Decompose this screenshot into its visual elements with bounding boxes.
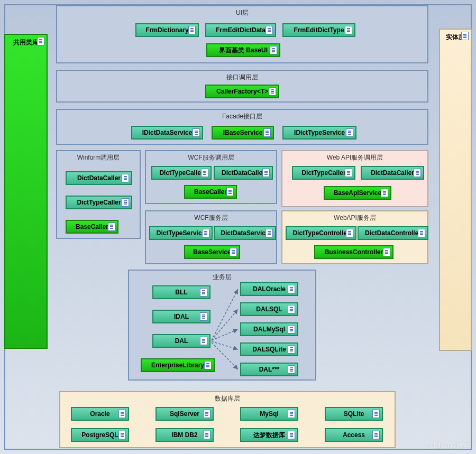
db-mysql: MySql xyxy=(240,407,298,421)
wcf-call-title: WCF服务调用层 xyxy=(146,151,276,162)
dicttypecaller-webapi: DictTypeCaller xyxy=(292,166,355,180)
doc-icon xyxy=(108,223,115,231)
doc-icon xyxy=(345,169,352,177)
doc-icon xyxy=(346,128,353,137)
doc-icon xyxy=(188,26,196,34)
doc-icon xyxy=(288,431,295,439)
dicttypecaller-winform: DictTypeCaller xyxy=(66,196,132,209)
wcf-call-layer: WCF服务调用层 DictTypeCaller DictDataCaller B… xyxy=(145,150,277,204)
doc-icon xyxy=(346,229,353,237)
doc-icon xyxy=(204,361,212,369)
db-access: Access xyxy=(325,428,383,442)
doc-icon xyxy=(288,345,295,354)
idicttypeservice: IDictTypeService xyxy=(282,126,356,140)
diagram-frame: 共用类库 实体层 UI层 FrmDictionary FrmEditDictDa… xyxy=(4,4,472,450)
doc-icon xyxy=(202,229,209,237)
doc-icon xyxy=(230,248,237,256)
frm-editdictdata: FrmEditDictData xyxy=(205,23,276,37)
doc-icon xyxy=(288,365,295,374)
dalsql: DALSQL xyxy=(240,302,298,316)
dictdatacaller-winform: DictDataCaller xyxy=(66,171,132,185)
doc-icon xyxy=(193,128,200,137)
ui-layer: UI层 FrmDictionary FrmEditDictData FrmEdi… xyxy=(56,5,428,63)
doc-icon xyxy=(418,229,425,237)
doc-icon xyxy=(226,188,234,196)
winform-call-title: Winform调用层 xyxy=(57,151,140,162)
wcf-service-layer: WCF服务层 DictTypeService DictDataService B… xyxy=(145,210,277,264)
enterpriselibrary: EnterpriseLibrary xyxy=(141,358,215,372)
doc-icon xyxy=(372,431,380,439)
doc-icon xyxy=(288,305,295,313)
webapi-service-title: WebAPI服务层 xyxy=(282,211,427,223)
daloracle: DALOracle xyxy=(240,282,298,296)
base-ui: 界面基类 BaseUI xyxy=(206,43,280,57)
winform-call-layer: Winform调用层 DictDataCaller DictTypeCaller… xyxy=(56,150,141,239)
baseservice-wcf: BaseService xyxy=(184,245,240,259)
business-title: 业务层 xyxy=(129,271,315,282)
doc-icon xyxy=(37,37,44,45)
doc-icon xyxy=(203,410,210,418)
baseapiservice: BaseApiService xyxy=(324,186,391,200)
idictdataservice: IDictDataService xyxy=(131,126,203,140)
frm-dictionary: FrmDictionary xyxy=(135,23,199,37)
bll: BLL xyxy=(152,285,210,299)
db-ibmdb2: IBM DB2 xyxy=(155,428,214,442)
db-dameng: 达梦数据库 xyxy=(240,428,298,442)
webapi-call-layer: Web API服务调用层 DictTypeCaller DictDataCall… xyxy=(281,150,428,207)
db-layer: 数据库层 Oracle SqlServer MySql SQLite Postg… xyxy=(59,391,396,448)
frm-editdicttype: FrmEditDictType xyxy=(282,23,355,37)
svg-line-3 xyxy=(212,341,238,349)
caller-factory: CallerFactory<T> xyxy=(205,85,279,98)
doc-icon xyxy=(118,410,126,418)
ui-layer-title: UI层 xyxy=(57,6,427,17)
db-oracle: Oracle xyxy=(71,407,129,421)
dicttypecaller-wcf: DictTypeCaller xyxy=(151,166,212,180)
facade-layer: Facade接口层 IDictDataService IBaseService … xyxy=(56,109,428,145)
dalmysql: DALMySql xyxy=(240,322,298,336)
dalsqlite: DALSQLite xyxy=(240,342,298,356)
doc-icon xyxy=(118,431,126,439)
dictdatacaller-wcf: DictDataCaller xyxy=(214,166,273,180)
doc-icon xyxy=(288,325,295,333)
doc-icon xyxy=(288,285,295,293)
doc-icon xyxy=(263,128,271,137)
dictdatacontroller: DictDataController xyxy=(358,226,428,240)
doc-icon xyxy=(381,189,388,197)
doc-icon xyxy=(345,26,352,34)
svg-line-4 xyxy=(212,342,238,369)
doc-icon xyxy=(461,32,469,40)
dal: DAL xyxy=(152,334,210,348)
webapi-service-layer: WebAPI服务层 DictTypeController DictDataCon… xyxy=(281,210,428,264)
ibaseservice: IBaseService xyxy=(212,126,274,140)
businesscontroller: BusinessController xyxy=(314,245,393,259)
shared-library-panel: 共用类库 xyxy=(4,34,48,349)
doc-icon xyxy=(200,288,207,297)
doc-icon xyxy=(262,169,270,177)
doc-icon xyxy=(201,169,208,177)
dalstar: DAL*** xyxy=(240,363,298,376)
db-layer-title: 数据库层 xyxy=(60,392,395,403)
doc-icon xyxy=(383,248,390,256)
basecaller-winform: BaseCaller xyxy=(66,220,118,234)
interface-call-layer: 接口调用层 CallerFactory<T> xyxy=(56,70,428,103)
wcf-service-title: WCF服务层 xyxy=(146,211,276,223)
dictdataservice-wcf: DictDataService xyxy=(214,226,276,240)
doc-icon xyxy=(270,46,277,54)
svg-line-1 xyxy=(212,309,238,340)
svg-line-0 xyxy=(212,289,238,340)
doc-icon xyxy=(200,312,207,321)
doc-icon xyxy=(266,26,273,34)
doc-icon xyxy=(200,337,207,345)
idal: IDAL xyxy=(152,310,210,323)
doc-icon xyxy=(122,198,129,207)
watermark: @51CTO博客 xyxy=(427,441,470,451)
doc-icon xyxy=(372,410,380,418)
webapi-call-title: Web API服务调用层 xyxy=(282,151,427,162)
db-postgresql: PostgreSQL xyxy=(71,428,129,442)
dicttypeservice-wcf: DictTypeService xyxy=(149,226,213,240)
basecaller-wcf: BaseCaller xyxy=(184,185,237,199)
svg-line-2 xyxy=(212,329,238,340)
doc-icon xyxy=(414,169,421,177)
facade-title: Facade接口层 xyxy=(57,110,427,121)
business-layer: 业务层 BLL IDAL DAL EnterpriseLibrary DALOr… xyxy=(128,270,316,381)
